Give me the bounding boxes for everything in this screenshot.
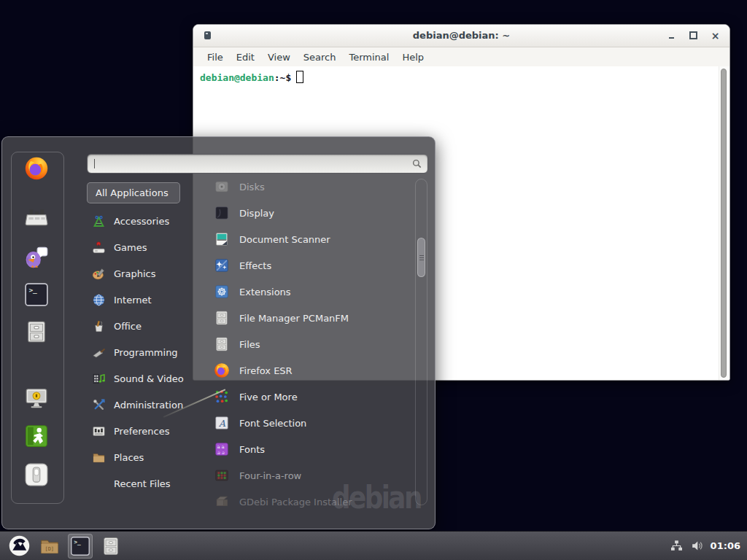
maximize-button[interactable] bbox=[689, 31, 698, 40]
menu-edit[interactable]: Edit bbox=[230, 52, 261, 63]
disks-icon bbox=[214, 179, 230, 195]
app-list-scrollbar[interactable] bbox=[415, 179, 427, 505]
terminal-cursor bbox=[296, 71, 303, 83]
category-item-administration[interactable]: Administration bbox=[87, 392, 196, 418]
app-item-files[interactable]: Files bbox=[194, 331, 414, 357]
network-icon[interactable] bbox=[670, 539, 684, 553]
terminal-scrollbar-thumb[interactable] bbox=[721, 69, 727, 378]
minimize-icon bbox=[669, 37, 674, 39]
svg-text:a a: a a bbox=[217, 444, 225, 450]
category-item-sound-video[interactable]: Sound & Video bbox=[87, 365, 196, 392]
taskbar-launcher-files[interactable] bbox=[98, 534, 123, 559]
menu-file[interactable]: File bbox=[201, 52, 230, 63]
category-label: Places bbox=[114, 452, 144, 463]
minimize-button[interactable] bbox=[667, 31, 676, 40]
taskbar-launcher-terminal[interactable]: >_ bbox=[68, 534, 93, 559]
category-label: Recent Files bbox=[114, 478, 171, 489]
terminal-menubar: FileEditViewSearchTerminalHelp bbox=[193, 47, 729, 67]
firefox-icon bbox=[24, 156, 49, 181]
category-item-accessories[interactable]: Accessories bbox=[87, 208, 196, 234]
four-in-a-row-icon bbox=[214, 467, 230, 483]
app-item-firefox-esr[interactable]: Firefox ESR bbox=[194, 357, 414, 384]
programming-icon bbox=[92, 346, 106, 359]
app-item-five-or-more[interactable]: Five or More bbox=[194, 384, 414, 410]
category-item-office[interactable]: Office bbox=[87, 313, 196, 339]
app-label: Firefox ESR bbox=[239, 365, 293, 376]
app-item-font-selection[interactable]: AFont Selection bbox=[194, 410, 414, 436]
category-item-graphics[interactable]: Graphics bbox=[87, 260, 196, 287]
menu-search[interactable]: Search bbox=[297, 52, 343, 63]
accessories-icon bbox=[92, 214, 106, 228]
category-item-games[interactable]: Games bbox=[87, 234, 196, 260]
search-input[interactable] bbox=[88, 155, 427, 173]
favorite-shutdown[interactable] bbox=[24, 462, 49, 487]
volume-icon[interactable] bbox=[690, 539, 704, 553]
svg-text:[D]: [D] bbox=[44, 546, 54, 552]
category-label: Internet bbox=[114, 295, 152, 306]
prompt-user-host: debian@debian bbox=[200, 72, 274, 83]
app-label: Effects bbox=[239, 260, 271, 271]
taskbar-launcher-file-manager[interactable]: [D] bbox=[37, 534, 62, 559]
sound-video-icon bbox=[92, 372, 106, 386]
favorite-firefox[interactable] bbox=[24, 156, 49, 181]
favorite-pidgin[interactable] bbox=[24, 245, 49, 270]
app-label: Display bbox=[239, 208, 274, 219]
favorite-terminal[interactable]: >_ bbox=[24, 282, 49, 307]
app-item-disks[interactable]: Disks bbox=[194, 174, 414, 200]
menu-icon bbox=[8, 534, 31, 557]
menu-help[interactable]: Help bbox=[395, 52, 430, 63]
cabinet-icon bbox=[101, 536, 121, 556]
administration-icon bbox=[92, 398, 106, 412]
category-item-internet[interactable]: Internet bbox=[87, 287, 196, 313]
menu-view[interactable]: View bbox=[261, 52, 297, 63]
app-item-display[interactable]: Display bbox=[194, 200, 414, 226]
terminal-title: debian@debian: ~ bbox=[193, 30, 729, 41]
preferences-icon bbox=[92, 424, 106, 438]
favorite-logout[interactable] bbox=[24, 424, 49, 448]
document-scanner-icon bbox=[214, 231, 230, 247]
category-label: Office bbox=[114, 321, 142, 332]
display-icon bbox=[214, 205, 230, 221]
favorite-lock-screen[interactable] bbox=[24, 386, 49, 411]
fonts-icon: a aa a bbox=[214, 441, 230, 457]
category-item-preferences[interactable]: Preferences bbox=[87, 418, 196, 444]
category-label: Graphics bbox=[114, 268, 155, 279]
app-label: File Manager PCManFM bbox=[239, 313, 349, 324]
app-item-file-manager-pcmanfm[interactable]: File Manager PCManFM bbox=[194, 305, 414, 331]
logout-icon bbox=[24, 424, 49, 448]
extensions-icon bbox=[214, 284, 230, 300]
app-item-fonts[interactable]: a aa aFonts bbox=[194, 436, 414, 462]
desktop: debian@debian: ~ × FileEditViewSearchTer… bbox=[0, 0, 747, 560]
scrollbar-thumb[interactable] bbox=[417, 238, 425, 277]
svg-text:>_: >_ bbox=[74, 539, 81, 545]
all-applications-label: All Applications bbox=[96, 187, 169, 198]
terminal-scrollbar[interactable] bbox=[719, 66, 729, 380]
category-item-places[interactable]: Places bbox=[87, 444, 196, 470]
office-icon bbox=[92, 319, 106, 333]
terminal-icon: >_ bbox=[24, 282, 49, 307]
favorite-settings[interactable] bbox=[24, 205, 49, 230]
window-controls: × bbox=[667, 31, 720, 40]
app-item-effects[interactable]: Effects bbox=[194, 252, 414, 279]
clock[interactable]: 01:06 bbox=[711, 540, 740, 551]
search-box[interactable] bbox=[87, 154, 428, 174]
category-item-recent-files[interactable]: Recent Files bbox=[87, 470, 196, 497]
menu-terminal[interactable]: Terminal bbox=[342, 52, 395, 63]
debian-watermark: debian bbox=[332, 480, 421, 516]
app-label: Document Scanner bbox=[239, 234, 330, 245]
app-item-extensions[interactable]: Extensions bbox=[194, 279, 414, 305]
shutdown-icon bbox=[24, 462, 49, 487]
favorite-file-manager[interactable] bbox=[24, 319, 49, 344]
text-caret bbox=[94, 159, 95, 168]
app-label: Files bbox=[239, 339, 260, 350]
all-applications-button[interactable]: All Applications bbox=[87, 182, 180, 203]
font-selection-icon: A bbox=[214, 415, 230, 431]
firefox-icon bbox=[214, 362, 230, 378]
places-icon bbox=[92, 451, 106, 464]
app-item-document-scanner[interactable]: Document Scanner bbox=[194, 226, 414, 252]
menu-button[interactable] bbox=[7, 534, 31, 559]
gdebi-icon bbox=[214, 494, 230, 510]
close-button[interactable]: × bbox=[711, 31, 720, 40]
category-item-programming[interactable]: Programming bbox=[87, 339, 196, 365]
terminal-titlebar[interactable]: debian@debian: ~ × bbox=[193, 25, 729, 47]
